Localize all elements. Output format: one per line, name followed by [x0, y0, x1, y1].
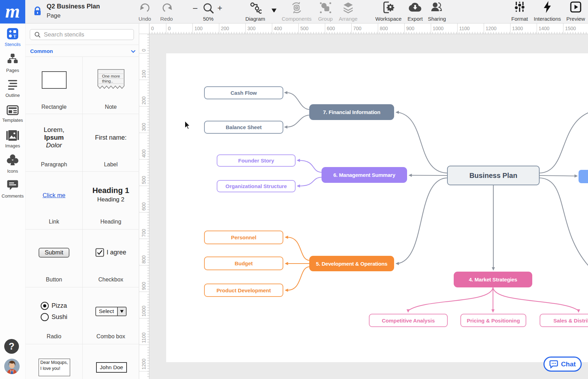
svg-text:1000: 1000: [141, 306, 147, 317]
svg-text:0: 0: [151, 26, 154, 31]
svg-text:1000: 1000: [433, 26, 444, 31]
svg-text:200: 200: [221, 26, 229, 31]
svg-text:300: 300: [141, 123, 147, 131]
svg-text:400: 400: [141, 149, 147, 158]
svg-text:1300: 1300: [512, 26, 523, 31]
svg-text:400: 400: [274, 26, 282, 31]
svg-text:0: 0: [141, 49, 147, 52]
svg-text:700: 700: [141, 229, 147, 237]
svg-text:1400: 1400: [539, 26, 549, 31]
svg-text:600: 600: [141, 202, 147, 211]
svg-text:300: 300: [248, 26, 256, 31]
svg-text:1200: 1200: [141, 359, 147, 370]
svg-text:200: 200: [141, 96, 147, 105]
svg-text:1100: 1100: [459, 26, 470, 31]
svg-text:thing..: thing..: [102, 79, 113, 83]
svg-text:m: m: [5, 2, 20, 22]
svg-text:0: 0: [168, 26, 171, 31]
svg-text:800: 800: [380, 26, 388, 31]
svg-text:800: 800: [141, 255, 147, 264]
svg-text:100: 100: [141, 70, 147, 78]
svg-text:500: 500: [300, 26, 309, 31]
svg-text:One more: One more: [102, 74, 120, 78]
svg-text:500: 500: [141, 176, 147, 184]
svg-text:T: T: [13, 34, 16, 39]
svg-text:1100: 1100: [141, 332, 147, 343]
svg-text:1500: 1500: [565, 26, 576, 31]
svg-text:100: 100: [195, 26, 203, 31]
svg-text:700: 700: [353, 26, 362, 31]
svg-text:900: 900: [406, 26, 415, 31]
svg-text:900: 900: [141, 282, 147, 290]
svg-text:600: 600: [327, 26, 335, 31]
svg-text:1200: 1200: [486, 26, 496, 31]
